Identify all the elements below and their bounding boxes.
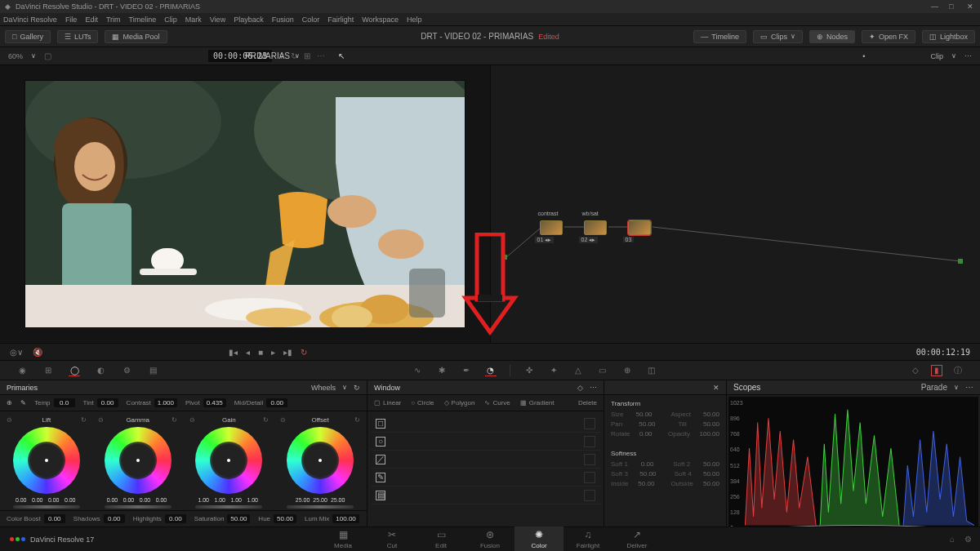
loop-button[interactable]: ↻ (301, 348, 307, 357)
window-preset-icon[interactable]: ◇ (577, 384, 583, 392)
menu-fusion[interactable]: Fusion (272, 16, 294, 24)
menu-mark[interactable]: Mark (185, 16, 202, 24)
image-wipe-icon[interactable]: ▢ (44, 51, 51, 60)
timeline-button[interactable]: —Timeline (693, 30, 746, 43)
shadows-value[interactable]: 0.00 (104, 514, 125, 523)
wheel-value[interactable]: 0.00 (32, 497, 45, 503)
t-value[interactable]: 50.00 (703, 420, 719, 428)
menu-edit[interactable]: Edit (85, 16, 98, 24)
menu-davinci-resolve[interactable]: DaVinci Resolve (3, 16, 57, 24)
zoom-level[interactable]: 60% (8, 52, 23, 60)
project-settings-icon[interactable]: ⚙ (964, 535, 972, 544)
page-tab-color[interactable]: ✺Color (514, 527, 564, 551)
t-value[interactable]: 50.00 (639, 420, 655, 428)
t-value[interactable]: 50.00 (703, 460, 719, 468)
wheel-lock-icon[interactable]: ⊖ (7, 416, 12, 424)
t-value[interactable]: 50.00 (703, 470, 719, 478)
wheel-lock-icon[interactable]: ⊖ (98, 416, 104, 424)
temp-value[interactable]: 0.0 (54, 398, 75, 407)
colorboost-value[interactable]: 0.00 (44, 514, 65, 523)
window-row[interactable]: ○ (371, 433, 600, 451)
win-polygon[interactable]: ◇ Polygon (444, 399, 475, 407)
window-row[interactable]: ▤ (371, 487, 600, 504)
wheel-value[interactable]: 0.00 (48, 497, 61, 503)
media-pool-button[interactable]: ▦Media Pool (105, 30, 167, 43)
option-icon[interactable]: ⋯ (317, 51, 325, 60)
page-tab-fusion[interactable]: ⊛Fusion (466, 527, 514, 551)
master-wheel-slider[interactable] (13, 505, 80, 509)
menu-file[interactable]: File (65, 16, 78, 24)
window-slot[interactable] (584, 454, 595, 465)
prev-clip-button[interactable]: ▮◂ (229, 348, 238, 357)
node-options-icon[interactable]: ⋯ (964, 52, 972, 60)
wheel-value[interactable]: 25.00 (313, 497, 327, 503)
saturation-value[interactable]: 50.00 (227, 514, 250, 523)
win-gradient[interactable]: ▦ Gradient (520, 399, 555, 407)
viewer[interactable] (24, 80, 466, 328)
page-tab-deliver[interactable]: ↗Deliver (612, 527, 662, 551)
color-checker-icon[interactable]: ⊞ (42, 365, 54, 376)
wheel-value[interactable]: 0.00 (16, 497, 29, 503)
hue-value[interactable]: 50.00 (274, 514, 296, 523)
window-row[interactable]: □ (371, 415, 600, 433)
menu-view[interactable]: View (210, 16, 225, 24)
rewind-button[interactable]: ◂ (246, 348, 250, 357)
t-value[interactable]: 100.00 (700, 430, 719, 438)
color-wheel-lift[interactable] (13, 427, 80, 494)
play-button[interactable]: ▸ (271, 348, 275, 357)
reset-icon[interactable]: ↻ (354, 384, 360, 392)
clip-selector-chevron[interactable]: ∨ (951, 52, 956, 60)
clip-chevron[interactable]: ∨ (295, 52, 300, 60)
window-row[interactable]: ／ (371, 451, 600, 469)
scope-options-icon[interactable]: ⋯ (965, 383, 973, 392)
nodes-button[interactable]: ⊕Nodes (809, 30, 855, 43)
wheel-reset-icon[interactable]: ↻ (172, 416, 177, 424)
master-wheel-slider[interactable] (195, 505, 262, 509)
next-clip-button[interactable]: ▸▮ (283, 348, 292, 357)
window-shape-icon[interactable]: □ (376, 419, 385, 429)
color-warper-icon[interactable]: ✱ (436, 365, 448, 376)
win-linear[interactable]: ▢ Linear (374, 399, 401, 407)
menu-clip[interactable]: Clip (164, 16, 177, 24)
hdr-icon[interactable]: ◐ (95, 365, 106, 376)
page-tab-cut[interactable]: ✂Cut (368, 527, 416, 551)
master-wheel-slider[interactable] (287, 505, 354, 509)
picker-icon[interactable]: ✎ (20, 399, 26, 407)
scope-mode[interactable]: Parade (921, 383, 947, 392)
t-value[interactable]: 50.00 (638, 480, 654, 487)
maximize-button[interactable]: □ (949, 2, 957, 11)
gallery-button[interactable]: □Gallery (5, 30, 51, 43)
transform-close-icon[interactable]: ✕ (713, 384, 719, 392)
menu-timeline[interactable]: Timeline (129, 16, 157, 24)
pointer-icon[interactable]: ↖ (338, 51, 345, 60)
page-tab-edit[interactable]: ▭Edit (416, 527, 466, 551)
window-slot[interactable] (584, 490, 595, 501)
window-icon[interactable]: ◔ (485, 365, 497, 376)
minimize-button[interactable]: — (931, 2, 939, 11)
wheel-reset-icon[interactable]: ↻ (263, 416, 269, 424)
motion-effects-icon[interactable]: ▤ (147, 365, 158, 376)
pivot-value[interactable]: 0.435 (203, 398, 226, 407)
color-wheels-icon[interactable]: ◯ (69, 365, 80, 376)
t-value[interactable]: 50.00 (703, 480, 719, 487)
magic-mask-icon[interactable]: ✦ (548, 365, 559, 376)
wheel-value[interactable]: 0.00 (65, 497, 78, 503)
win-delete[interactable]: Delete (578, 399, 597, 407)
timecode-out[interactable]: 00:00:12:19 (916, 348, 970, 357)
page-tab-media[interactable]: ▦Media (318, 527, 368, 551)
page-tab-fairlight[interactable]: ♫Fairlight (564, 527, 612, 551)
wheels-chevron[interactable]: ∨ (342, 384, 347, 391)
wheel-value[interactable]: 1.00 (247, 497, 260, 503)
t-value[interactable]: 0.00 (639, 430, 653, 438)
tracker-icon[interactable]: ✜ (523, 365, 535, 376)
window-shape-icon[interactable]: ／ (376, 455, 385, 464)
color-wheel-gamma[interactable] (105, 427, 172, 494)
stop-button[interactable]: ■ (258, 348, 263, 357)
home-icon[interactable]: ⌂ (950, 535, 955, 544)
window-slot[interactable] (584, 418, 595, 429)
zoom-chevron[interactable]: ∨ (31, 52, 36, 60)
key-icon[interactable]: ▭ (597, 365, 608, 376)
curves-icon[interactable]: ∿ (412, 365, 423, 376)
window-options-icon[interactable]: ⋯ (590, 384, 597, 392)
clips-button[interactable]: ▭Clips∨ (753, 30, 803, 43)
